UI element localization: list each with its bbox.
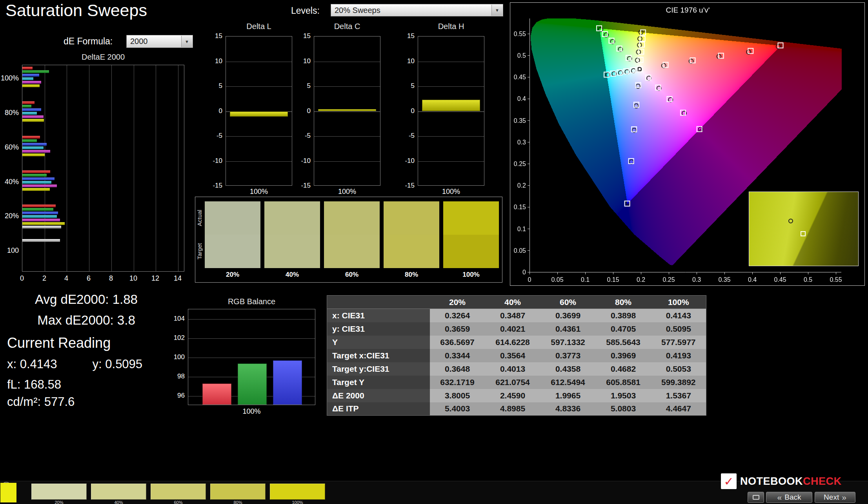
grid-line <box>226 86 292 87</box>
next-button[interactable]: Next» <box>815 492 855 503</box>
saturation-patch-80%[interactable] <box>210 484 266 500</box>
delta-c-title: Delta C <box>302 22 392 31</box>
delta-h-bar <box>422 100 480 111</box>
deltae-bar-yellow <box>22 222 65 225</box>
deltae-bar-yellow <box>22 84 40 87</box>
swatch-target-80% <box>384 235 439 268</box>
x-tick-label: 14 <box>172 274 184 283</box>
deltae-bar-cyan <box>22 77 33 80</box>
delta-l-xlabel: 100% <box>226 188 292 196</box>
de-formula-dropdown[interactable]: 2000 ▼ <box>126 35 193 48</box>
y-tick-label: -15 <box>399 182 415 190</box>
rgb-bar-B <box>273 360 302 405</box>
deltae-bar-blue <box>22 212 58 214</box>
delta-h-frame <box>418 36 484 186</box>
chevron-down-icon[interactable]: ▼ <box>181 36 192 47</box>
back-button[interactable]: «Back <box>766 492 812 503</box>
y-tick-label: -5 <box>295 132 311 140</box>
monitor-icon <box>753 495 759 500</box>
value-cell: 605.8581 <box>596 376 651 389</box>
swatch-label: 60% <box>324 271 380 279</box>
table-header-cell: 60% <box>540 296 596 309</box>
deltae-bar-magenta <box>22 184 57 187</box>
fl-reading: fL: 168.58 <box>7 378 61 392</box>
value-cell: 0.4193 <box>651 349 706 362</box>
value-cell: 632.1719 <box>430 376 485 389</box>
deltae-bar-magenta <box>22 81 41 84</box>
rgb-bar-R <box>202 383 231 405</box>
y-tick-label: 0 <box>295 107 311 115</box>
grid-line <box>314 136 380 137</box>
deltae-bar-cyan <box>22 112 37 115</box>
deltae-bar-red <box>22 101 35 104</box>
delta-h-title: Delta H <box>406 22 496 31</box>
notebookcheck-wordmark: NOTEBOOKCHECK <box>740 475 842 488</box>
value-cell: 0.4361 <box>540 322 596 336</box>
cie-diagram-panel: CIE 1976 u'v' <box>510 2 865 286</box>
row-label-cell: Target Y <box>327 376 430 389</box>
y-tick-label: -10 <box>207 157 222 165</box>
table-row: ΔE 20003.80052.45901.99651.95031.5367 <box>327 389 706 402</box>
x-tick-label: 4 <box>60 274 72 283</box>
value-cell: 0.3648 <box>430 362 485 376</box>
grid-line <box>111 65 112 271</box>
group-label: 20% <box>0 212 19 220</box>
table-header-cell: 100% <box>651 296 706 309</box>
table-row: ΔE ITP5.40034.89854.83365.08034.4647 <box>327 402 706 416</box>
deltae-bar-green <box>22 139 37 142</box>
value-cell: 585.5643 <box>596 336 651 349</box>
y-tick-label: 10 <box>207 57 222 65</box>
current-color-swatch <box>0 483 16 502</box>
chevron-down-icon[interactable]: ▼ <box>491 5 502 16</box>
screen-toggle-button[interactable] <box>748 492 764 503</box>
deltae-bar-green <box>22 70 49 73</box>
saturation-patch-40%[interactable] <box>91 484 146 500</box>
deltae-bar-green <box>22 105 31 108</box>
saturation-patch-100%[interactable] <box>270 484 325 500</box>
saturation-patch-20%[interactable] <box>31 484 87 500</box>
swatch-actual-40% <box>264 201 320 235</box>
current-xy-reading: x: 0.4143y: 0.5095 <box>7 357 142 371</box>
value-cell: 0.3659 <box>430 322 485 336</box>
rgb-balance-title: RGB Balance <box>188 297 315 306</box>
grid-line <box>418 136 484 137</box>
swatch-label: 40% <box>264 271 320 279</box>
swatch-actual-60% <box>324 201 380 235</box>
value-cell: 0.3264 <box>430 309 485 322</box>
value-cell: 0.3564 <box>485 349 540 362</box>
y-reading: y: 0.5095 <box>93 357 143 371</box>
table-row: Target y:CIE310.36480.40130.43580.46820.… <box>327 362 706 376</box>
cie-zoom-inset <box>749 192 859 266</box>
delta-h-xlabel: 100% <box>418 188 484 196</box>
y-tick-label: 96 <box>167 392 185 400</box>
levels-dropdown[interactable]: 20% Sweeps ▼ <box>331 4 503 16</box>
saturation-patch-60%[interactable] <box>151 484 206 500</box>
value-cell: 0.4358 <box>540 362 596 376</box>
y-tick-label: 0 <box>399 107 415 115</box>
page-title: Saturation Sweeps <box>5 1 147 20</box>
value-cell: 0.4705 <box>596 322 651 336</box>
grid-line <box>188 338 315 339</box>
avg-de2000-reading: Avg dE2000: 1.88 <box>20 292 153 307</box>
deltae-bar-blue <box>22 177 55 180</box>
y-tick-label: 104 <box>167 315 185 323</box>
value-cell: 577.5977 <box>651 336 706 349</box>
deltae-bar-yellow <box>22 153 45 156</box>
patch-label: 40% <box>91 500 146 504</box>
value-cell: 0.3344 <box>430 349 485 362</box>
value-cell: 612.5494 <box>540 376 596 389</box>
table-row: Y636.5697614.6228597.1332585.5643577.597… <box>327 336 706 349</box>
table-header-cell: 40% <box>485 296 540 309</box>
swatch-actual-20% <box>205 201 260 235</box>
y-tick-label: -10 <box>295 157 311 165</box>
deltae-bar-yellow <box>22 188 50 191</box>
deltae-bar-red <box>22 170 50 173</box>
grid-line <box>314 62 380 62</box>
row-label-cell: ΔE ITP <box>327 402 430 416</box>
delta-c-bar <box>318 109 376 111</box>
x-tick-label: 8 <box>105 274 117 283</box>
grid-line <box>418 86 484 87</box>
swatch-actual-100% <box>443 201 499 235</box>
calman-saturation-sweeps-page: Saturation Sweeps Levels: 20% Sweeps ▼ d… <box>0 0 868 504</box>
y-tick-label: 15 <box>207 32 222 40</box>
